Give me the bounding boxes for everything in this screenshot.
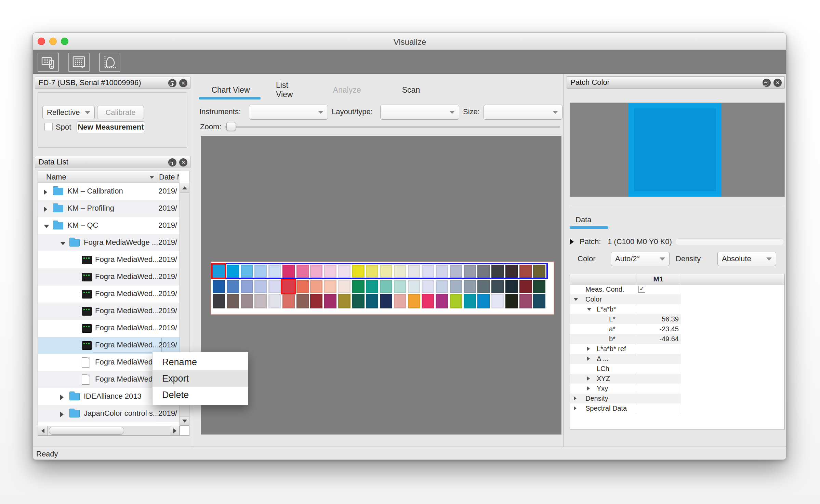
expand-arrow-icon[interactable]: [44, 207, 47, 212]
scroll-left-button[interactable]: [38, 426, 48, 436]
color-patch[interactable]: [408, 294, 420, 308]
color-patch[interactable]: [519, 265, 532, 278]
table-row[interactable]: Meas. Cond.✓: [570, 284, 681, 294]
expand-arrow-icon[interactable]: [587, 386, 590, 390]
color-patch[interactable]: [324, 280, 336, 293]
color-patch[interactable]: [227, 280, 239, 293]
table-row[interactable]: L*56.39: [570, 314, 681, 324]
color-patch[interactable]: [310, 265, 322, 278]
instrument-chart-icon[interactable]: [38, 53, 59, 72]
color-patch[interactable]: [310, 280, 322, 293]
color-patch[interactable]: [324, 265, 336, 278]
table-row[interactable]: b*-49.64: [570, 334, 681, 344]
color-patch[interactable]: [505, 294, 518, 308]
color-patch[interactable]: [380, 294, 392, 308]
spot-checkbox[interactable]: [44, 123, 53, 131]
gamut-icon[interactable]: [99, 53, 120, 72]
tree-column-header[interactable]: Name Date M: [38, 171, 180, 183]
color-patch[interactable]: [422, 294, 434, 308]
list-item[interactable]: Fogra MediaWed...2019/: [38, 268, 180, 286]
table-row[interactable]: L*a*b* ref: [570, 344, 681, 354]
color-patch[interactable]: [394, 265, 406, 278]
color-patch[interactable]: [352, 265, 365, 278]
expand-arrow-icon[interactable]: [60, 395, 64, 400]
color-patch[interactable]: [254, 294, 267, 308]
color-patch[interactable]: [296, 265, 309, 278]
table-row[interactable]: XYZ: [570, 374, 681, 384]
patch-chart[interactable]: [211, 262, 554, 315]
color-patch[interactable]: [477, 280, 490, 293]
list-item[interactable]: Fogra MediaWed...2019/: [38, 303, 180, 320]
list-item[interactable]: Fogra MediaWed...2019/: [38, 320, 180, 337]
color-patch[interactable]: [352, 280, 365, 293]
float-panel-icon[interactable]: [168, 158, 176, 167]
color-patch[interactable]: [436, 280, 448, 293]
measurement-list-icon[interactable]: [68, 53, 90, 72]
color-patch[interactable]: [268, 280, 281, 293]
expand-arrow-icon[interactable]: [587, 347, 590, 351]
color-patch[interactable]: [408, 265, 420, 278]
color-patch[interactable]: [464, 265, 476, 278]
meas-cond-checkbox[interactable]: ✓: [638, 286, 645, 293]
layout-type-dropdown[interactable]: [380, 105, 459, 120]
color-patch[interactable]: [310, 294, 322, 308]
color-patch[interactable]: [338, 294, 351, 308]
patch-name-field[interactable]: [675, 238, 784, 245]
color-patch[interactable]: [422, 265, 434, 278]
expand-arrow-icon[interactable]: [574, 396, 577, 400]
calibrate-button[interactable]: Calibrate: [97, 106, 144, 119]
color-patch[interactable]: [213, 294, 225, 308]
color-patch[interactable]: [227, 265, 239, 278]
tab-scan[interactable]: Scan: [402, 84, 420, 96]
density-mode-dropdown[interactable]: Absolute: [717, 252, 776, 266]
color-patch[interactable]: [450, 280, 462, 293]
color-patch[interactable]: [366, 280, 378, 293]
menu-item-export[interactable]: Export: [153, 370, 248, 387]
menu-item-delete[interactable]: Delete: [153, 387, 248, 403]
color-patch[interactable]: [533, 280, 545, 293]
color-patch[interactable]: [324, 294, 336, 308]
color-patch[interactable]: [213, 280, 225, 293]
float-panel-icon[interactable]: [168, 79, 176, 87]
color-patch[interactable]: [296, 280, 309, 293]
new-measurement-button[interactable]: New Measurement: [77, 121, 145, 133]
color-patch[interactable]: [477, 294, 490, 308]
measurement-mode-dropdown[interactable]: Reflective: [42, 106, 95, 119]
color-patch[interactable]: [533, 294, 545, 308]
color-patch[interactable]: [268, 265, 281, 278]
color-patch[interactable]: [254, 265, 267, 278]
date-column-header[interactable]: Date M: [159, 173, 179, 182]
instruments-dropdown[interactable]: [249, 105, 328, 120]
table-row[interactable]: L*a*b*: [570, 304, 681, 314]
color-patch[interactable]: [450, 294, 462, 308]
collapse-arrow-icon[interactable]: [574, 298, 578, 301]
tab-list-view[interactable]: List View: [276, 84, 305, 96]
color-mode-dropdown[interactable]: Auto/2°: [611, 252, 670, 266]
table-row[interactable]: Δ ...: [570, 354, 681, 364]
color-patch[interactable]: [408, 280, 420, 293]
tab-data[interactable]: Data: [576, 215, 591, 224]
close-panel-icon[interactable]: ✕: [179, 158, 187, 167]
name-column-header[interactable]: Name: [46, 173, 66, 182]
expand-arrow-icon[interactable]: [574, 406, 577, 410]
color-patch[interactable]: [505, 265, 518, 278]
color-patch[interactable]: [519, 294, 532, 308]
column-divider[interactable]: [157, 171, 157, 183]
color-patch[interactable]: [505, 280, 518, 293]
horizontal-scroll-thumb[interactable]: [49, 427, 124, 435]
color-patch[interactable]: [227, 294, 239, 308]
color-patch[interactable]: [241, 280, 253, 293]
color-patch[interactable]: [241, 265, 253, 278]
zoom-slider-track[interactable]: [225, 126, 560, 128]
color-patch[interactable]: [380, 280, 392, 293]
color-patch[interactable]: [491, 280, 504, 293]
list-item[interactable]: Fogra MediaWed...2019/: [38, 251, 180, 268]
close-panel-icon[interactable]: ✕: [773, 79, 782, 87]
collapse-arrow-icon[interactable]: [587, 308, 591, 311]
color-patch[interactable]: [268, 294, 281, 308]
list-item[interactable]: Fogra MediaWed...2019/: [38, 286, 180, 303]
color-patch[interactable]: [282, 265, 295, 278]
tab-analyze[interactable]: Analyze: [334, 84, 360, 96]
color-patch[interactable]: [436, 294, 448, 308]
close-panel-icon[interactable]: ✕: [179, 79, 187, 87]
